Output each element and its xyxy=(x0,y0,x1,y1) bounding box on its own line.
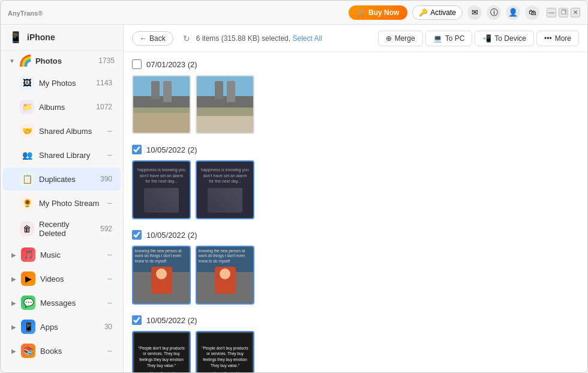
videos-expand-arrow: ▶ xyxy=(11,276,16,282)
photo-grid: 07/01/2023 (2) xyxy=(124,52,587,372)
refresh-icon[interactable]: ↻ xyxy=(183,34,190,43)
content-area: ← Back ↻ 6 items (315.88 KB) selected, S… xyxy=(124,25,587,372)
photo-row-4: "People don't buy products or services. … xyxy=(132,331,579,372)
sidebar-item-photo-stream[interactable]: 🌻 My Photo Stream -- xyxy=(3,192,121,214)
date-header-4: 10/05/2022 (2) xyxy=(132,314,579,326)
minimize-button[interactable]: — xyxy=(547,8,556,17)
shared-library-label: Shared Library xyxy=(39,151,103,160)
music-icon: 🎵 xyxy=(21,247,35,262)
app-trademark: ® xyxy=(38,10,43,17)
photos-count: 1735 xyxy=(98,56,115,65)
activate-button[interactable]: 🔑 Activate xyxy=(412,5,463,20)
photo-thumb-5[interactable]: knowing the new person at work do things… xyxy=(132,246,191,305)
date-label-2: 10/05/2022 (2) xyxy=(146,145,197,154)
device-header: 📱 iPhone xyxy=(1,25,123,50)
window-controls: — ❐ ✕ xyxy=(547,8,580,17)
merge-button[interactable]: ⊕ Merge xyxy=(378,31,423,46)
to-device-icon: 📲 xyxy=(482,34,491,43)
books-label: Books xyxy=(40,347,103,356)
iphone-icon: 📱 xyxy=(9,31,22,44)
apps-icon: 📱 xyxy=(21,320,35,334)
apps-count: 30 xyxy=(104,323,112,331)
photos-group-header[interactable]: ▼ 🌈 Photos 1735 xyxy=(1,50,123,71)
buy-now-button[interactable]: 🛒 Buy Now xyxy=(349,5,407,20)
toolbar-actions: ⊕ Merge 💻 To PC 📲 To Device ••• More xyxy=(378,31,579,46)
photo-thumb-6[interactable]: knowing the new person at work do things… xyxy=(196,246,254,305)
selection-info: 6 items (315.88 KB) selected, Select All xyxy=(196,34,372,43)
sidebar-item-my-photos[interactable]: 🖼 My Photos 1143 xyxy=(3,71,121,94)
date-checkbox-4[interactable] xyxy=(132,315,142,325)
messages-label: Messages xyxy=(40,299,103,308)
date-checkbox-1[interactable] xyxy=(132,59,142,69)
sidebar-item-music[interactable]: ▶ 🎵 Music -- xyxy=(3,243,121,266)
to-pc-button[interactable]: 💻 To PC xyxy=(425,31,473,46)
sidebar-item-recently-deleted[interactable]: 🗑 Recently Deleted 592 xyxy=(3,216,121,242)
photo-thumb-3[interactable]: happiness is knowing you don't have set … xyxy=(132,160,191,219)
photo-stream-count: -- xyxy=(107,199,112,207)
info-icon[interactable]: ⓘ xyxy=(487,5,501,20)
close-button[interactable]: ✕ xyxy=(571,8,580,17)
messages-icon: 💬 xyxy=(21,296,35,310)
sidebar-item-shared-albums[interactable]: 🤝 Shared Albums -- xyxy=(3,120,121,142)
my-photos-count: 1143 xyxy=(96,79,112,87)
photo-thumb-2[interactable] xyxy=(196,75,254,134)
date-group-3: 10/05/2022 (2) knowing the new person at… xyxy=(132,229,579,305)
messages-expand-arrow: ▶ xyxy=(11,300,16,306)
sidebar-item-books[interactable]: ▶ 📚 Books -- xyxy=(3,339,121,362)
to-device-button[interactable]: 📲 To Device xyxy=(475,31,534,46)
photo-row-1 xyxy=(132,75,579,134)
user-icon[interactable]: 👤 xyxy=(506,5,520,20)
date-checkbox-3[interactable] xyxy=(132,230,142,240)
date-header-2: 10/05/2022 (2) xyxy=(132,144,579,156)
more-button[interactable]: ••• More xyxy=(536,31,579,46)
message-icon[interactable]: ✉ xyxy=(467,5,482,20)
main-layout: 📱 iPhone ▼ 🌈 Photos 1735 🖼 My Photos 114… xyxy=(1,25,587,372)
key-icon: 🔑 xyxy=(419,8,428,17)
sidebar-item-apps[interactable]: ▶ 📱 Apps 30 xyxy=(3,315,121,338)
app-name: AnyTrans xyxy=(8,10,38,17)
albums-label: Albums xyxy=(39,103,91,112)
sidebar-item-videos[interactable]: ▶ ▶ Videos -- xyxy=(3,267,121,290)
duplicates-count: 390 xyxy=(100,175,112,183)
back-arrow-icon: ← xyxy=(140,34,147,43)
books-expand-arrow: ▶ xyxy=(11,348,16,354)
photo-stream-label: My Photo Stream xyxy=(39,199,103,208)
date-label-4: 10/05/2022 (2) xyxy=(146,316,197,325)
photos-expand-arrow: ▼ xyxy=(9,58,15,64)
shared-albums-label: Shared Albums xyxy=(39,127,103,136)
cart-icon: 🛒 xyxy=(357,8,366,17)
apps-label: Apps xyxy=(40,323,100,332)
photo-thumb-1[interactable] xyxy=(132,75,191,134)
date-group-4: 10/05/2022 (2) "People don't buy product… xyxy=(132,314,579,372)
sidebar-item-messages[interactable]: ▶ 💬 Messages -- xyxy=(3,291,121,314)
shared-library-count: -- xyxy=(107,151,112,159)
photo-row-2: happiness is knowing you don't have set … xyxy=(132,160,579,219)
date-group-2: 10/05/2022 (2) happiness is knowing you … xyxy=(132,144,579,219)
photo-stream-icon: 🌻 xyxy=(20,196,34,210)
date-header-3: 10/05/2022 (2) xyxy=(132,229,579,241)
photo-thumb-8[interactable]: "People don't buy products or services. … xyxy=(196,331,254,372)
device-name: iPhone xyxy=(27,32,55,42)
date-label-3: 10/05/2022 (2) xyxy=(146,231,197,240)
photo-thumb-4[interactable]: happiness is knowing you don't have set … xyxy=(196,160,254,219)
my-photos-icon: 🖼 xyxy=(20,76,34,90)
shared-albums-icon: 🤝 xyxy=(20,124,34,138)
music-label: Music xyxy=(40,250,103,259)
videos-label: Videos xyxy=(40,274,103,284)
toolbar: ← Back ↻ 6 items (315.88 KB) selected, S… xyxy=(124,25,587,52)
albums-icon: 📁 xyxy=(20,100,34,114)
select-all-link[interactable]: Select All xyxy=(292,34,322,43)
sidebar-item-duplicates[interactable]: 📋 Duplicates 390 xyxy=(3,168,121,190)
my-photos-label: My Photos xyxy=(39,79,91,88)
back-button[interactable]: ← Back xyxy=(132,31,173,46)
date-checkbox-2[interactable] xyxy=(132,145,142,154)
sidebar-item-albums[interactable]: 📁 Albums 1072 xyxy=(3,96,121,118)
merge-icon: ⊕ xyxy=(386,34,392,43)
date-label-1: 07/01/2023 (2) xyxy=(146,60,197,69)
photo-thumb-7[interactable]: "People don't buy products or services. … xyxy=(132,331,191,372)
shop-icon[interactable]: 🛍 xyxy=(525,5,539,20)
photos-app-icon: 🌈 xyxy=(19,54,32,67)
videos-icon: ▶ xyxy=(21,271,35,286)
restore-button[interactable]: ❐ xyxy=(559,8,568,17)
sidebar-item-shared-library[interactable]: 👥 Shared Library -- xyxy=(3,144,121,166)
